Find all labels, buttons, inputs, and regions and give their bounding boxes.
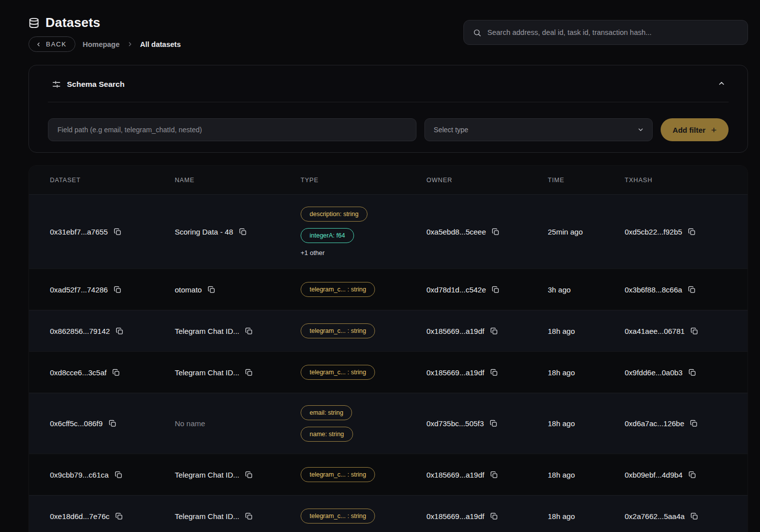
type-cell: telegram_c... : string — [301, 497, 426, 532]
table-row[interactable]: 0x9cbb79...c61caTelegram Chat ID...teleg… — [29, 454, 748, 495]
txhash: 0x3b6f88...8c66a — [625, 285, 682, 294]
txhash-cell: 0x2a7662...5aa4a — [625, 512, 748, 521]
txhash-copy-icon[interactable] — [688, 470, 697, 480]
name-copy-icon[interactable] — [238, 227, 248, 237]
column-header-dataset: DATASET — [50, 177, 175, 184]
owner-copy-icon[interactable] — [489, 470, 499, 480]
txhash-copy-icon[interactable] — [690, 512, 699, 521]
table-row[interactable]: 0xd8cce6...3c5afTelegram Chat ID...teleg… — [29, 351, 748, 393]
txhash: 0xb09ebf...4d9b4 — [625, 471, 683, 479]
plus-icon: + — [711, 125, 717, 135]
owner-address: 0xa5ebd8...5ceee — [426, 228, 486, 236]
chevron-left-icon — [35, 41, 41, 47]
more-types-label: +1 other — [301, 249, 325, 257]
time-ago: 3h ago — [548, 285, 571, 294]
global-search-input[interactable] — [487, 28, 739, 36]
name-copy-icon[interactable] — [244, 326, 254, 336]
dataset-cell: 0x862856...79142 — [50, 326, 175, 336]
type-select[interactable]: Select type — [424, 118, 653, 141]
owner-copy-icon[interactable] — [489, 419, 498, 428]
name-copy-icon[interactable] — [244, 512, 254, 521]
txhash-copy-icon[interactable] — [687, 285, 697, 294]
type-badge: integerA: f64 — [301, 228, 354, 243]
table-row[interactable]: 0xad52f7...74286otomatotelegram_c... : s… — [29, 268, 748, 310]
dataset-name: Telegram Chat ID... — [175, 368, 239, 377]
owner-address: 0x185669...a19df — [426, 368, 484, 377]
name-copy-icon[interactable] — [207, 285, 216, 294]
table-body: 0x31ebf7...a7655Scoring Data - 48descrip… — [29, 194, 748, 532]
type-badge: telegram_c... : string — [301, 323, 375, 338]
field-path-input[interactable] — [48, 118, 416, 141]
owner-copy-icon[interactable] — [491, 285, 500, 294]
txhash-cell: 0xb09ebf...4d9b4 — [625, 470, 748, 480]
type-cell: telegram_c... : string — [301, 311, 426, 350]
txhash: 0xd5cb22...f92b5 — [625, 228, 682, 236]
dataset-name: Scoring Data - 48 — [175, 228, 233, 236]
datasets-table: DATASETNAMETYPEOWNERTIMETXHASH 0x31ebf7.… — [28, 165, 748, 532]
txhash-copy-icon[interactable] — [688, 368, 697, 377]
owner-copy-icon[interactable] — [489, 326, 499, 336]
table-row[interactable]: 0x862856...79142Telegram Chat ID...teleg… — [29, 310, 748, 351]
page-title: Datasets — [45, 15, 100, 30]
dataset-name: otomato — [175, 285, 202, 294]
type-cell: telegram_c... : string — [301, 353, 426, 392]
owner-cell: 0x185669...a19df — [426, 326, 548, 336]
time-ago: 18h ago — [548, 512, 575, 521]
txhash-copy-icon[interactable] — [689, 419, 699, 428]
name-cell: Telegram Chat ID... — [175, 512, 301, 521]
dataset-copy-icon[interactable] — [113, 285, 122, 294]
time-cell: 18h ago — [548, 512, 625, 521]
name-copy-icon[interactable] — [244, 470, 254, 480]
dataset-cell: 0xd8cce6...3c5af — [50, 368, 175, 377]
chevron-up-icon — [718, 79, 726, 87]
time-cell: 25min ago — [548, 228, 625, 236]
name-cell: Telegram Chat ID... — [175, 326, 301, 336]
time-cell: 18h ago — [548, 327, 625, 335]
txhash-cell: 0x3b6f88...8c66a — [625, 285, 748, 294]
type-badge: name: string — [301, 427, 353, 442]
owner-copy-icon[interactable] — [489, 368, 499, 377]
owner-copy-icon[interactable] — [491, 227, 500, 237]
dataset-id: 0x9cbb79...c61ca — [50, 471, 109, 479]
back-label: BACK — [46, 40, 66, 48]
type-badge: email: string — [301, 405, 352, 420]
txhash-copy-icon[interactable] — [690, 326, 699, 336]
dataset-copy-icon[interactable] — [108, 419, 117, 428]
dataset-copy-icon[interactable] — [113, 227, 122, 237]
dataset-cell: 0x31ebf7...a7655 — [50, 227, 175, 237]
owner-cell: 0xd78d1d...c542e — [426, 285, 548, 294]
title-block: Datasets BACK Homepage All datasets — [28, 15, 181, 52]
txhash-cell: 0x9fdd6e...0a0b3 — [625, 368, 748, 377]
time-ago: 25min ago — [548, 228, 583, 236]
collapse-panel-button[interactable] — [715, 77, 729, 91]
txhash-copy-icon[interactable] — [687, 227, 697, 237]
time-ago: 18h ago — [548, 327, 575, 335]
txhash-cell: 0xd5cb22...f92b5 — [625, 227, 748, 237]
txhash: 0x9fdd6e...0a0b3 — [625, 368, 683, 377]
type-badge: telegram_c... : string — [301, 509, 375, 524]
dataset-copy-icon[interactable] — [114, 470, 123, 480]
dataset-copy-icon[interactable] — [111, 368, 121, 377]
back-button[interactable]: BACK — [28, 36, 75, 52]
add-filter-label: Add filter — [673, 126, 706, 134]
name-copy-icon[interactable] — [244, 368, 254, 377]
owner-address: 0x185669...a19df — [426, 327, 484, 335]
type-cell: telegram_c... : string — [301, 270, 426, 309]
column-header-time: TIME — [548, 177, 625, 184]
global-search-bar[interactable] — [463, 20, 748, 45]
table-row[interactable]: 0x31ebf7...a7655Scoring Data - 48descrip… — [29, 194, 748, 268]
database-icon — [28, 17, 39, 28]
table-row[interactable]: 0x6cff5c...086f9No nameemail: stringname… — [29, 393, 748, 454]
table-row[interactable]: 0xe18d6d...7e76cTelegram Chat ID...teleg… — [29, 495, 748, 532]
time-cell: 18h ago — [548, 368, 625, 377]
owner-copy-icon[interactable] — [489, 512, 499, 521]
breadcrumb: BACK Homepage All datasets — [28, 36, 181, 52]
column-header-name: NAME — [175, 177, 301, 184]
dataset-copy-icon[interactable] — [115, 326, 124, 336]
type-badge: telegram_c... : string — [301, 282, 375, 297]
dataset-id: 0xad52f7...74286 — [50, 285, 108, 294]
txhash: 0xd6a7ac...126be — [625, 419, 684, 428]
dataset-copy-icon[interactable] — [114, 512, 124, 521]
add-filter-button[interactable]: Add filter + — [661, 118, 729, 141]
breadcrumb-homepage[interactable]: Homepage — [82, 40, 119, 48]
